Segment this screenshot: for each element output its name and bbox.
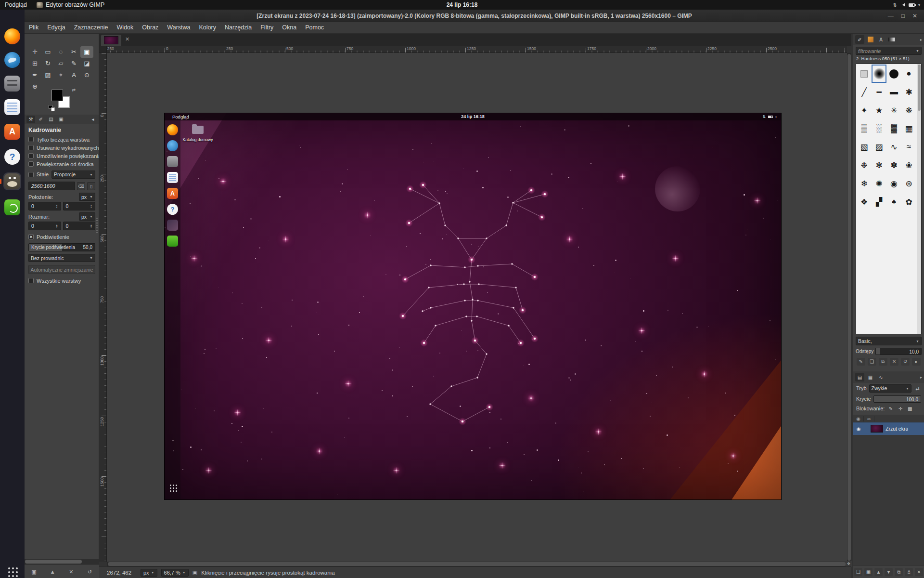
brush-filter-input[interactable]: filtrowanie ▼ (856, 47, 922, 55)
menu-obraz[interactable]: Obraz (138, 22, 163, 33)
system-tray[interactable]: ⇅ ▾ (893, 0, 920, 10)
tab-paths[interactable]: ∿ (876, 373, 886, 381)
free-select-tool[interactable]: ◌ (54, 46, 67, 58)
close-image-icon[interactable]: ✕ (125, 36, 129, 42)
brush-item[interactable]: ❉ (857, 156, 872, 174)
lock-pixels-icon[interactable]: ✎ (887, 406, 894, 411)
brush-item[interactable]: ♠ (886, 193, 901, 211)
new-layer-icon[interactable]: ❏ (854, 568, 862, 576)
brush-item[interactable]: ❄ (857, 174, 872, 193)
panel-resize-grip[interactable] (96, 218, 98, 234)
tab-channels[interactable]: ▦ (866, 373, 875, 381)
brush-item[interactable]: ░ (872, 119, 886, 138)
brush-item[interactable]: ▦ (901, 119, 916, 138)
link-column-icon[interactable]: ∞ (864, 416, 874, 421)
ink-tool[interactable]: ✒ (28, 69, 41, 81)
brush-item[interactable]: ◉ (886, 174, 901, 193)
brush-item[interactable]: ✱ (901, 83, 916, 101)
brush-item[interactable]: ❖ (857, 193, 872, 211)
brush-item[interactable]: ❀ (901, 156, 916, 174)
layer-visibility-icon[interactable]: ◉ (853, 426, 864, 432)
rect-select-tool[interactable]: ▭ (41, 46, 54, 58)
new-brush-icon[interactable]: ❏ (868, 358, 876, 366)
transform-tool[interactable]: ⊞ (28, 58, 41, 69)
rotate-tool[interactable]: ↻ (41, 58, 54, 69)
color-picker-tool[interactable]: ⊙ (80, 69, 93, 81)
spinner-arrows-icon[interactable]: ▲▼ (56, 204, 58, 208)
delete-preset-icon[interactable]: ✕ (66, 567, 77, 577)
clear-icon[interactable]: ⌫ (77, 182, 85, 190)
tab-device-status[interactable]: ✐ (37, 116, 45, 123)
refresh-brushes-icon[interactable]: ↺ (901, 358, 910, 366)
clone-tool[interactable]: ▨ (41, 69, 54, 81)
raise-layer-icon[interactable]: ▲ (874, 568, 883, 576)
menu-filtry[interactable]: Filtry (256, 22, 278, 33)
dock-green-app[interactable] (3, 198, 21, 216)
brush-item[interactable]: ✿ (901, 193, 916, 211)
measure-tool[interactable]: ⌖ (54, 69, 67, 81)
delete-brush-icon[interactable]: ✕ (890, 358, 898, 366)
brush-list-scrollbar[interactable] (917, 64, 921, 334)
reset-options-icon[interactable]: ↺ (85, 567, 95, 577)
dock-files[interactable] (3, 75, 21, 92)
position-x-input[interactable]: 0 ▲▼ (28, 202, 61, 210)
gradient-tool[interactable]: ◪ (80, 58, 93, 69)
dock-software[interactable]: A (3, 123, 21, 141)
canvas[interactable]: Podgląd 24 lip 16:18 ⇅ ▾ A ? Katalog do (107, 53, 847, 562)
maximize-button[interactable]: □ (901, 13, 905, 19)
checkbox[interactable] (28, 161, 34, 167)
autoshrink-button[interactable]: Automatyczne zmniejszanie (28, 265, 95, 274)
checkbox[interactable] (28, 145, 34, 150)
brush-item[interactable]: ✦ (857, 101, 872, 119)
minimize-button[interactable]: — (888, 13, 894, 19)
menu-okna[interactable]: Okna (278, 22, 301, 33)
dock-writer[interactable] (3, 98, 21, 116)
edit-brush-icon[interactable]: ✎ (857, 358, 865, 366)
brush-item[interactable]: ★ (872, 101, 886, 119)
activities-button[interactable]: Podgląd (5, 0, 27, 10)
open-brush-icon[interactable]: ▸ (912, 358, 921, 366)
brush-item[interactable]: ╱ (857, 83, 872, 101)
brush-preset-dropdown[interactable]: Basic, ▼ (856, 337, 922, 345)
tab-tool-options[interactable]: ⚒ (26, 116, 35, 123)
guides-dropdown[interactable]: Bez prowadnic ▼ (28, 254, 95, 262)
menu-warstwa[interactable]: Warstwa (163, 22, 194, 33)
brush-item[interactable]: ▞ (872, 193, 886, 211)
save-preset-icon[interactable]: ▣ (28, 567, 39, 577)
brush-item[interactable]: ▒ (857, 119, 872, 138)
option-current-layer[interactable]: Tylko bieżąca warstwa (25, 135, 99, 144)
h-ruler[interactable]: -250025050075010001250150017502000225025… (107, 46, 847, 53)
duplicate-brush-icon[interactable]: ⧉ (879, 358, 887, 366)
brush-item[interactable]: ● (901, 65, 916, 83)
spinner-arrows-icon[interactable]: ▲▼ (90, 224, 92, 228)
focused-app-menu[interactable]: Edytor obrazów GIMP (37, 0, 104, 10)
brush-item[interactable]: ▨ (872, 138, 886, 156)
brush-item[interactable]: ▧ (857, 138, 872, 156)
show-applications-button[interactable] (8, 567, 18, 578)
checkbox[interactable] (28, 153, 34, 158)
foreground-color-swatch[interactable] (51, 90, 63, 101)
crop-tool[interactable]: ▣ (80, 46, 93, 58)
lock-position-icon[interactable]: ✛ (897, 406, 904, 411)
move-tool[interactable]: ✛ (28, 46, 41, 58)
v-ruler[interactable]: 0250500750100012501500 (99, 53, 107, 562)
option-delete-cropped[interactable]: Usuwanie wykadrowanych p (25, 144, 99, 152)
size-unit-dropdown[interactable]: px ▼ (79, 212, 95, 221)
menu-plik[interactable]: Plik (25, 22, 43, 33)
close-button[interactable]: ✕ (912, 13, 917, 19)
text-tool[interactable]: A (67, 69, 80, 81)
zoom-dropdown[interactable]: 66,7 % ▼ (161, 569, 189, 577)
menu-pomoc[interactable]: Pomoc (301, 22, 328, 33)
canvas-h-scrollbar[interactable] (107, 562, 847, 566)
default-colors-icon[interactable] (49, 105, 55, 112)
dock-firefox[interactable] (3, 27, 21, 45)
size-x-input[interactable]: 0 ▲▼ (28, 222, 61, 230)
brush-item[interactable] (872, 65, 886, 83)
lock-alpha-icon[interactable]: ▩ (906, 406, 913, 411)
zoom-tool[interactable]: ⊕ (28, 81, 41, 92)
brush-item[interactable]: ✳ (886, 101, 901, 119)
brush-item[interactable]: ≈ (901, 138, 916, 156)
portrait-landscape-icon[interactable]: ▯ (87, 182, 95, 190)
checkbox[interactable] (28, 137, 34, 142)
canvas-v-scrollbar[interactable] (847, 53, 851, 562)
